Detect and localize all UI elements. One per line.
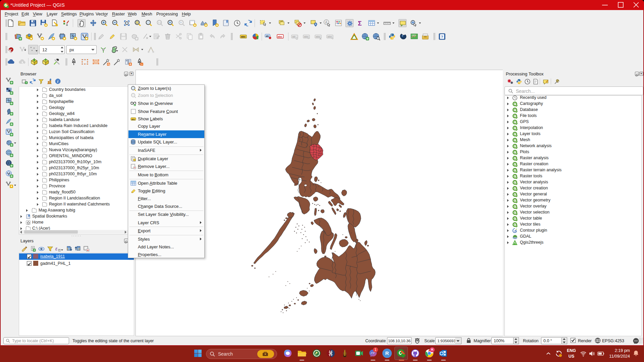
- svg-text:ab: ab: [292, 35, 296, 38]
- svg-text:abc: abc: [304, 35, 309, 38]
- svg-text:abc: abc: [278, 35, 282, 38]
- svg-text:abc: abc: [241, 35, 246, 38]
- svg-text:abc: abc: [316, 35, 321, 38]
- svg-text:GRID: GRID: [412, 34, 416, 36]
- svg-text:ε: ε: [55, 246, 58, 251]
- svg-text:?: ?: [141, 63, 143, 66]
- svg-text:a: a: [66, 23, 68, 26]
- svg-text:?: ?: [441, 35, 443, 39]
- svg-text:ab: ab: [266, 35, 269, 38]
- svg-text:abc: abc: [328, 35, 332, 38]
- svg-text:abc: abc: [131, 118, 135, 120]
- svg-text:1:1: 1:1: [158, 21, 161, 24]
- svg-text:GDAL: GDAL: [513, 237, 518, 239]
- svg-text:Σ: Σ: [358, 20, 362, 27]
